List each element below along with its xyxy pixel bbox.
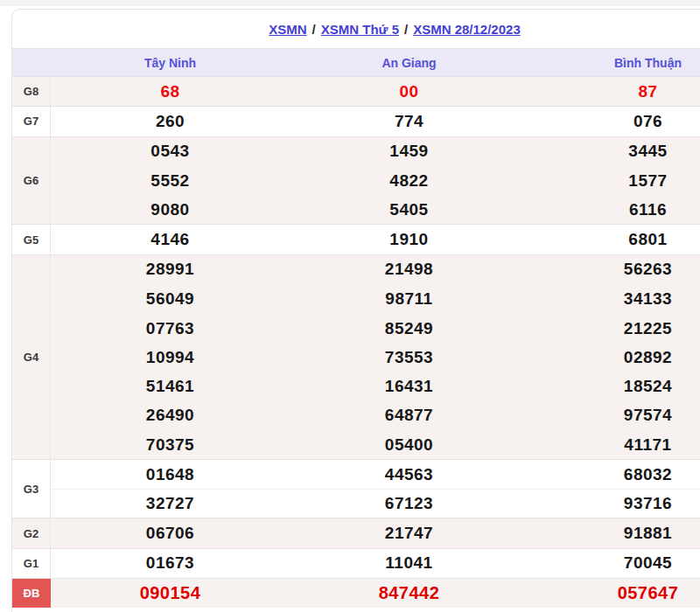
prize-value: 70375 — [51, 430, 290, 459]
prize-value: 64877 — [290, 400, 528, 429]
province-value-column: 91881 — [528, 518, 700, 547]
province-value-column: 057647 — [528, 579, 700, 608]
prize-label: G8 — [12, 77, 51, 106]
breadcrumb-separator: / — [312, 22, 316, 37]
prize-value: 02892 — [528, 343, 700, 372]
province-value-column: 68 — [51, 77, 290, 106]
card-footer-padding — [12, 608, 700, 612]
prize-value: 56049 — [51, 284, 290, 313]
prize-value: 68 — [51, 77, 290, 106]
breadcrumb: XSMN/XSMN Thứ 5/XSMN 28/12/2023 — [12, 10, 700, 48]
prize-value: 16431 — [290, 372, 528, 400]
prize-value: 9080 — [51, 195, 290, 224]
prize-value: 87 — [528, 77, 700, 106]
prize-label: ĐB — [12, 579, 51, 608]
results-table-body: G8680087G7260774076G60543555290801459482… — [12, 77, 700, 608]
prize-value: 21747 — [290, 518, 528, 547]
province-header: Bình Thuận — [528, 49, 700, 76]
prize-value: 01648 — [51, 460, 290, 489]
prize-label: G1 — [12, 549, 51, 578]
prize-value: 6801 — [528, 225, 700, 254]
prize-value: 51461 — [51, 372, 290, 400]
prize-label: G5 — [12, 225, 51, 254]
prize-value: 07763 — [51, 313, 290, 342]
prize-label: G7 — [12, 107, 51, 136]
prize-value: 4146 — [51, 225, 290, 254]
prize-row-G5: G5414619106801 — [12, 224, 700, 254]
prize-value: 076 — [528, 107, 700, 136]
prize-value: 05400 — [290, 430, 528, 459]
province-value-column: 87 — [528, 77, 700, 106]
prize-value: 21225 — [528, 313, 700, 342]
prize-value: 67123 — [290, 489, 528, 518]
province-value-column: 56263341332122502892185249757441171 — [528, 255, 700, 459]
province-header: An Giang — [290, 49, 528, 76]
page-top-strip — [0, 0, 700, 6]
prize-value: 1910 — [290, 225, 528, 254]
breadcrumb-link[interactable]: XSMN — [269, 22, 306, 37]
province-value-column: 00 — [290, 77, 528, 106]
prize-value: 68032 — [528, 460, 700, 489]
prize-value: 057647 — [528, 579, 700, 608]
prize-value: 5405 — [290, 195, 528, 224]
prize-value: 44563 — [290, 460, 528, 489]
province-value-column: 6801 — [528, 225, 700, 254]
breadcrumb-separator: / — [404, 22, 408, 37]
prize-value: 70045 — [528, 549, 700, 578]
prize-value: 21498 — [290, 255, 528, 284]
prize-value: 11041 — [290, 549, 528, 578]
province-value-column: 0164832727 — [51, 460, 290, 518]
prize-value: 4822 — [290, 166, 528, 195]
prize-value: 91881 — [528, 518, 700, 547]
prize-value: 85249 — [290, 313, 528, 342]
province-value-column: 344515776116 — [528, 137, 700, 225]
prize-value: 56263 — [528, 255, 700, 284]
prize-value: 98711 — [290, 284, 528, 313]
province-value-column: 6803293716 — [528, 460, 700, 518]
prize-value: 10994 — [51, 343, 290, 372]
province-value-column: 1910 — [290, 225, 528, 254]
province-value-column: 70045 — [528, 549, 700, 578]
province-value-column: 260 — [51, 107, 290, 136]
prize-value: 26490 — [51, 400, 290, 429]
prize-value: 090154 — [51, 579, 290, 608]
prize-row-G2: G2067062174791881 — [12, 518, 700, 547]
prize-value: 3445 — [528, 137, 700, 166]
prize-label: G2 — [12, 518, 51, 547]
prize-value: 18524 — [528, 372, 700, 400]
breadcrumb-link[interactable]: XSMN 28/12/2023 — [413, 22, 521, 37]
province-value-column: 847442 — [290, 579, 528, 608]
province-value-column: 774 — [290, 107, 528, 136]
prize-value: 93716 — [528, 489, 700, 518]
prize-label: G3 — [12, 460, 51, 518]
prize-value: 1459 — [290, 137, 528, 166]
province-value-column: 090154 — [51, 579, 290, 608]
prize-value: 00 — [290, 77, 528, 106]
prize-value: 774 — [290, 107, 528, 136]
prize-value: 0543 — [51, 137, 290, 166]
lottery-results-card: XSMN/XSMN Thứ 5/XSMN 28/12/2023 Tây Ninh… — [11, 9, 700, 612]
province-value-column: 01673 — [51, 549, 290, 578]
prize-value: 32727 — [51, 489, 290, 518]
province-header: Tây Ninh — [51, 49, 290, 76]
prize-column-header-spacer — [12, 49, 51, 76]
prize-row-G8: G8680087 — [12, 77, 700, 106]
province-value-column: 054355529080 — [51, 137, 290, 225]
province-value-column: 11041 — [290, 549, 528, 578]
prize-row-G3: G3016483272744563671236803293716 — [12, 459, 700, 518]
prize-value: 260 — [51, 107, 290, 136]
prize-value: 6116 — [528, 195, 700, 224]
prize-value: 73553 — [290, 343, 528, 372]
prize-label: G6 — [12, 137, 51, 225]
breadcrumb-link[interactable]: XSMN Thứ 5 — [321, 22, 399, 37]
prize-row-ĐB: ĐB090154847442057647 — [12, 578, 700, 608]
prize-value: 97574 — [528, 400, 700, 429]
province-header-row: Tây NinhAn GiangBình Thuận — [12, 48, 700, 77]
province-value-column: 145948225405 — [290, 137, 528, 225]
prize-row-G4: G428991560490776310994514612649070375214… — [12, 254, 700, 459]
prize-value: 847442 — [290, 579, 528, 608]
prize-row-G1: G1016731104170045 — [12, 548, 700, 578]
prize-value: 06706 — [51, 518, 290, 547]
province-value-column: 4146 — [51, 225, 290, 254]
province-value-column: 21498987118524973553164316487705400 — [290, 255, 528, 459]
